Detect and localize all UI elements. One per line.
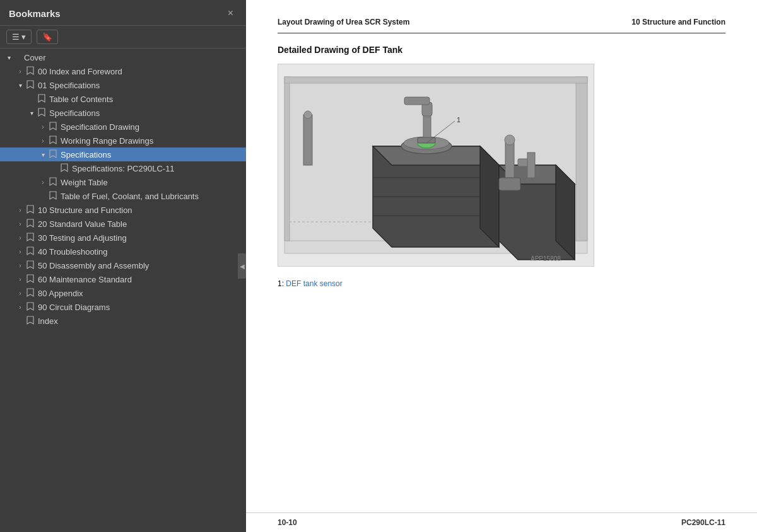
tree-item-01-specs[interactable]: ▾01 Specifications xyxy=(0,78,246,92)
sidebar-toolbar: ☰ ▾ 🔖 xyxy=(0,26,246,49)
caption-number: 1: xyxy=(278,279,284,288)
tree-item-toc[interactable]: Table of Contents xyxy=(0,92,246,106)
tree-item-label: Working Range Drawings xyxy=(61,136,246,146)
bookmark-icon xyxy=(25,205,35,215)
bookmark-icon xyxy=(48,122,58,132)
svg-rect-4 xyxy=(285,77,290,241)
tree-item-label: Specification Drawing xyxy=(61,122,246,132)
tree-item-index[interactable]: Index xyxy=(0,314,246,328)
tree-item-appendix[interactable]: ›80 Appendix xyxy=(0,286,246,300)
svg-rect-26 xyxy=(505,140,514,178)
bookmark-icon xyxy=(25,316,35,326)
bookmark-icon xyxy=(37,108,47,118)
bookmark-tree: ▾Cover›00 Index and Foreword▾01 Specific… xyxy=(0,49,246,532)
tree-item-specs-pc290[interactable]: Specifications: PC290LC-11 xyxy=(0,161,246,175)
page-header-left: Layout Drawing of Urea SCR System xyxy=(278,18,409,26)
section-title: Detailed Drawing of DEF Tank xyxy=(278,45,725,55)
tree-item-label: Table of Fuel, Coolant, and Lubricants xyxy=(61,192,246,201)
bookmark-icon: 🔖 xyxy=(42,32,52,42)
tree-item-weight-table[interactable]: ›Weight Table xyxy=(0,175,246,189)
bookmark-icon xyxy=(25,260,35,270)
tree-item-specifications-grp[interactable]: ▾Specifications xyxy=(0,106,246,120)
figure-container: 1 APP15808 xyxy=(278,64,594,267)
dropdown-arrow-icon: ▾ xyxy=(21,32,26,42)
svg-rect-5 xyxy=(576,77,587,241)
tree-item-label: 50 Disassembly and Assembly xyxy=(38,261,246,270)
tree-item-troubleshooting[interactable]: ›40 Troubleshooting xyxy=(0,245,246,258)
tree-item-cover[interactable]: ▾Cover xyxy=(0,51,246,64)
tree-arrow-icon: › xyxy=(15,290,25,297)
tree-item-label: Specifications xyxy=(49,108,246,118)
bookmark-icon xyxy=(48,149,58,159)
tree-item-spec-drawing[interactable]: ›Specification Drawing xyxy=(0,120,246,134)
tree-item-label: 90 Circuit Diagrams xyxy=(38,303,246,312)
bookmark-button[interactable]: 🔖 xyxy=(37,30,58,44)
tree-arrow-icon: ▾ xyxy=(38,151,48,158)
tree-item-circuit[interactable]: ›90 Circuit Diagrams xyxy=(0,300,246,314)
tree-item-label: 01 Specifications xyxy=(38,81,246,90)
page-content: Layout Drawing of Urea SCR System 10 Str… xyxy=(246,0,757,512)
tree-item-fuel-table[interactable]: Table of Fuel, Coolant, and Lubricants xyxy=(0,189,246,203)
page-footer: 10-10 PC290LC-11 xyxy=(246,512,757,532)
tree-arrow-icon: › xyxy=(15,68,25,75)
tree-item-label: 20 Standard Value Table xyxy=(38,219,246,229)
tree-item-disassembly[interactable]: ›50 Disassembly and Assembly xyxy=(0,258,246,272)
bookmark-icon xyxy=(25,219,35,229)
tree-arrow-icon: › xyxy=(38,179,48,186)
tree-arrow-icon: ▾ xyxy=(4,54,14,61)
tree-item-label: 00 Index and Foreword xyxy=(38,67,246,76)
svg-text:1: 1 xyxy=(457,116,461,124)
figure-image: 1 APP15808 xyxy=(278,64,594,266)
sidebar: Bookmarks × ☰ ▾ 🔖 ▾Cover›00 Index and Fo… xyxy=(0,0,246,532)
bookmark-icon xyxy=(48,177,58,187)
bookmark-icon xyxy=(25,274,35,284)
svg-text:APP15808: APP15808 xyxy=(531,255,561,262)
bookmark-icon xyxy=(25,302,35,312)
sidebar-handle[interactable]: ◀ xyxy=(238,253,246,279)
sidebar-header: Bookmarks × xyxy=(0,0,246,26)
tree-arrow-icon: ▾ xyxy=(15,82,25,89)
tree-item-label: 80 Appendix xyxy=(38,289,246,298)
bookmark-icon xyxy=(25,288,35,298)
figure-caption: 1: DEF tank sensor xyxy=(278,279,725,288)
bookmark-icon xyxy=(37,94,47,104)
bookmark-icon xyxy=(48,136,58,146)
tree-item-label: Index xyxy=(38,316,246,326)
page-header: Layout Drawing of Urea SCR System 10 Str… xyxy=(278,18,725,33)
tree-item-std-value[interactable]: ›20 Standard Value Table xyxy=(0,217,246,231)
bookmark-icon xyxy=(25,246,35,257)
footer-left: 10-10 xyxy=(278,518,297,527)
svg-point-32 xyxy=(304,111,312,119)
svg-rect-23 xyxy=(404,97,430,105)
tree-arrow-icon: ▾ xyxy=(26,110,37,117)
tree-item-label: Table of Contents xyxy=(49,95,246,104)
sidebar-title: Bookmarks xyxy=(9,8,61,19)
sidebar-close-button[interactable]: × xyxy=(224,6,237,20)
page-header-right: 10 Structure and Function xyxy=(631,18,725,26)
tree-item-structure-fn[interactable]: ›10 Structure and Function xyxy=(0,203,246,217)
list-view-button[interactable]: ☰ ▾ xyxy=(6,30,32,44)
tree-item-working-range[interactable]: ›Working Range Drawings xyxy=(0,134,246,147)
list-icon: ☰ xyxy=(12,32,20,42)
tree-arrow-icon: › xyxy=(15,248,25,255)
tree-arrow-icon: › xyxy=(38,124,48,130)
tree-item-label: Cover xyxy=(24,53,246,62)
tree-item-label: Weight Table xyxy=(61,178,246,187)
tree-item-idx-foreword[interactable]: ›00 Index and Foreword xyxy=(0,64,246,78)
caption-text: DEF tank sensor xyxy=(286,279,342,288)
bookmark-icon xyxy=(25,80,35,90)
svg-rect-6 xyxy=(285,77,587,83)
tree-arrow-icon: › xyxy=(15,276,25,283)
tree-arrow-icon: › xyxy=(15,221,25,228)
footer-right: PC290LC-11 xyxy=(681,518,725,527)
tree-item-maintenance[interactable]: ›60 Maintenance Standard xyxy=(0,272,246,286)
main-content-area: Layout Drawing of Urea SCR System 10 Str… xyxy=(246,0,757,532)
tree-item-specifications-sel[interactable]: ▾Specifications xyxy=(0,147,246,161)
bookmark-icon xyxy=(25,66,35,76)
svg-rect-31 xyxy=(303,115,312,165)
tree-item-testing[interactable]: ›30 Testing and Adjusting xyxy=(0,231,246,245)
tree-item-label: 10 Structure and Function xyxy=(38,205,246,215)
svg-rect-20 xyxy=(423,115,431,137)
tree-item-label: 30 Testing and Adjusting xyxy=(38,233,246,243)
svg-point-27 xyxy=(505,135,515,145)
